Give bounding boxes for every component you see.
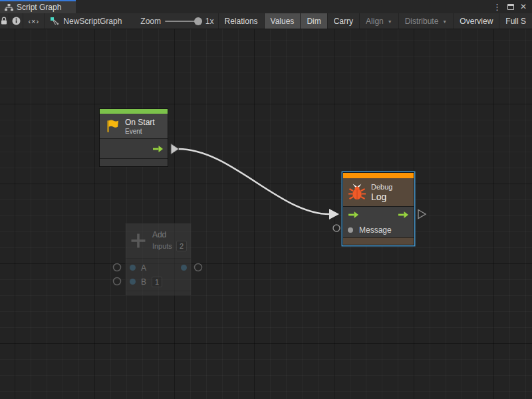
chevron-down-icon: ▼ bbox=[388, 19, 392, 24]
flag-icon bbox=[104, 118, 121, 135]
on-start-output-connector[interactable] bbox=[171, 144, 179, 154]
close-icon[interactable]: ✕ bbox=[520, 3, 527, 11]
values-button[interactable]: Values bbox=[264, 13, 301, 29]
port-row-b[interactable]: B 1 bbox=[126, 275, 191, 289]
zoom-value: 1x bbox=[205, 17, 214, 26]
flow-port-row bbox=[343, 207, 414, 222]
graph-breadcrumb[interactable]: NewScriptGraph bbox=[51, 17, 122, 26]
carry-button[interactable]: Carry bbox=[327, 13, 359, 29]
info-icon bbox=[12, 17, 21, 25]
inputs-label: Inputs bbox=[152, 242, 172, 250]
message-port-connector[interactable] bbox=[333, 225, 340, 231]
zoom-slider-handle[interactable] bbox=[194, 17, 202, 25]
zoom-slider[interactable] bbox=[165, 17, 201, 26]
message-port-label: Message bbox=[359, 225, 392, 235]
debug-accent-bar bbox=[343, 173, 414, 178]
add-input-a-connector[interactable] bbox=[114, 264, 121, 271]
tab-label: Script Graph bbox=[17, 3, 61, 12]
align-dropdown[interactable]: Align ▼ bbox=[359, 13, 398, 29]
dim-button[interactable]: Dim bbox=[300, 13, 327, 29]
script-graph-asset-icon bbox=[51, 17, 59, 25]
script-graph-window: Script Graph ⋮ ✕ ‹×› bbox=[0, 0, 532, 399]
value-output-dot[interactable] bbox=[181, 265, 187, 271]
node-title: On Start bbox=[125, 118, 155, 127]
node-title: Add bbox=[152, 230, 187, 239]
graph-name-label: NewScriptGraph bbox=[63, 17, 122, 26]
node-footer bbox=[343, 237, 414, 245]
info-button[interactable] bbox=[9, 13, 23, 29]
distribute-dropdown[interactable]: Distribute ▼ bbox=[398, 13, 454, 29]
value-port-dot-a[interactable] bbox=[130, 265, 136, 271]
node-footer bbox=[126, 291, 191, 295]
tab-script-graph[interactable]: Script Graph bbox=[0, 0, 76, 13]
relations-button[interactable]: Relations bbox=[218, 13, 264, 29]
graph-hierarchy-icon bbox=[5, 4, 13, 11]
titlebar: Script Graph ⋮ ✕ bbox=[0, 0, 532, 13]
flow-output-arrow-icon[interactable] bbox=[398, 211, 409, 219]
maximize-icon[interactable] bbox=[507, 4, 514, 10]
plus-icon bbox=[130, 232, 147, 249]
toolbar: ‹×› NewScriptGraph Zoom 1x Relations Val… bbox=[0, 13, 532, 29]
code-view-icon: ‹×› bbox=[28, 17, 39, 25]
chevron-down-icon: ▼ bbox=[442, 19, 447, 24]
wire-layer bbox=[0, 29, 532, 399]
add-input-b-connector[interactable] bbox=[114, 278, 121, 285]
window-controls: ⋮ ✕ bbox=[493, 0, 532, 13]
inputs-count-field[interactable]: 2 bbox=[176, 241, 187, 251]
message-port-row[interactable]: Message bbox=[343, 222, 414, 237]
log-output-connector[interactable] bbox=[418, 210, 426, 219]
on-start-event-node[interactable]: On Start Event bbox=[99, 108, 168, 167]
port-a-label: A bbox=[141, 263, 146, 273]
lock-button[interactable] bbox=[0, 13, 9, 29]
flow-output-arrow-icon[interactable] bbox=[152, 145, 164, 153]
node-category: Debug bbox=[371, 183, 392, 191]
window-menu-icon[interactable]: ⋮ bbox=[493, 3, 501, 11]
node-subtitle: Event bbox=[125, 128, 155, 135]
lock-icon bbox=[0, 17, 8, 25]
overview-button[interactable]: Overview bbox=[453, 13, 499, 29]
node-title: Log bbox=[371, 192, 392, 202]
flow-connection-wire[interactable] bbox=[178, 149, 330, 214]
debug-log-node[interactable]: Debug Log Me bbox=[342, 172, 414, 245]
node-footer bbox=[100, 158, 168, 166]
fullscreen-button[interactable]: Full S bbox=[499, 13, 532, 29]
event-accent-bar bbox=[100, 109, 168, 114]
zoom-label: Zoom bbox=[140, 17, 161, 26]
port-row-a[interactable]: A bbox=[126, 261, 191, 275]
code-view-button[interactable]: ‹×› bbox=[23, 13, 45, 29]
port-b-value-field[interactable]: 1 bbox=[152, 277, 162, 287]
graph-canvas[interactable]: On Start Event bbox=[0, 29, 532, 399]
add-node[interactable]: Add Inputs 2 A B 1 bbox=[125, 223, 192, 296]
log-input-connector[interactable] bbox=[329, 209, 339, 219]
value-port-dot-b[interactable] bbox=[130, 279, 136, 285]
port-b-label: B bbox=[141, 277, 146, 287]
add-output-connector[interactable] bbox=[195, 264, 202, 271]
toolbar-toggle-group: Relations Values Dim Carry Align ▼ Distr… bbox=[218, 13, 532, 29]
bug-icon bbox=[347, 182, 367, 202]
flow-input-arrow-icon[interactable] bbox=[348, 211, 359, 219]
message-port-dot[interactable] bbox=[348, 227, 353, 233]
